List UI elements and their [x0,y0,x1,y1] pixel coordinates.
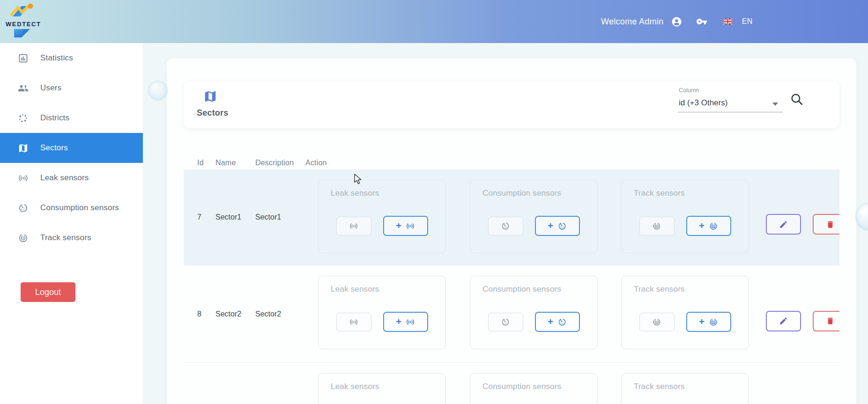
cell-description: Sector1 [255,213,281,221]
leak-sensor-icon [349,221,358,231]
sensor-panel-title: Track sensors [634,189,685,198]
view-sensors-button[interactable] [488,217,523,235]
sensor-panel-buttons: + [319,216,445,236]
sensor-panel-title: Leak sensors [331,285,379,294]
column-select-label: Column [679,87,699,94]
leak-sensor-icon [349,317,358,327]
sensor-panel-title: Leak sensors [331,189,379,198]
column-select[interactable]: Column id (+3 Others) [678,87,783,114]
sidebar-item-label: Districts [40,113,69,123]
view-sensors-button[interactable] [488,313,523,331]
sidebar-item-sectors[interactable]: Sectors [0,133,143,163]
plus-icon: + [699,221,705,230]
cell-id: 7 [197,213,201,221]
table-row: Leak sensors + Consumption sensors + Tra… [184,362,839,404]
plus-icon: + [396,221,401,230]
chevron-down-icon [772,103,778,106]
sidebar-item-districts[interactable]: Districts [0,103,143,133]
sidebar-item-label: Users [40,83,61,93]
column-header-id: Id [197,159,204,167]
leak-sensor-icon [406,221,415,231]
uk-flag-icon[interactable] [723,18,733,25]
main-content: Sectors Column id (+3 Others) Id Name De… [143,43,868,404]
edit-sector-button[interactable] [766,214,801,235]
wedtect-logo: WEDTECT [5,2,41,41]
sensor-panel: Track sensors + [621,180,749,253]
add-sensor-button[interactable]: + [383,216,428,236]
search-icon [790,92,804,106]
plus-icon: + [548,221,553,230]
view-sensors-button[interactable] [639,313,675,331]
add-sensor-button[interactable]: + [686,216,731,236]
column-header-description: Description [255,159,294,167]
sensor-panel-buttons: + [319,312,445,332]
app-root: WEDTECT Welcome Admin [0,0,868,404]
sidebar-item-track-sensors[interactable]: Track sensors [0,223,143,253]
sensor-panel: Leak sensors + [318,276,446,349]
sensor-panel-buttons: + [470,312,597,332]
plus-icon: + [548,317,553,326]
table-header-row: Id Name Description Action [184,159,839,169]
view-sensors-button[interactable] [639,217,675,235]
sensor-panel: Consumption sensors + [470,180,598,253]
table-row: 8 Sector2 Sector2 Leak sensors + Consump… [184,265,839,362]
users-icon [18,83,29,94]
sidebar-item-consumption-sensors[interactable]: Consumption sensors [0,193,143,223]
consumption-sensor-icon [501,221,510,231]
plus-icon: + [396,317,401,326]
sensor-panel-title: Consumption sensors [482,285,561,294]
add-sensor-button[interactable]: + [383,312,428,332]
track-sensor-icon [652,317,661,327]
add-sensor-button[interactable]: + [686,312,731,332]
key-icon[interactable] [696,16,707,27]
logout-button[interactable]: Logout [21,282,75,302]
sidebar: Statistics Users Districts Sectors Leak … [0,43,143,404]
sensor-panel-buttons: + [622,312,749,332]
column-select-value: id (+3 Others) [679,98,727,108]
view-sensors-button[interactable] [336,217,371,235]
sensor-panel: Track sensors + [621,276,749,349]
track-sensor-icon [709,221,718,231]
language-selector[interactable]: EN [742,17,753,26]
sensor-panel: Leak sensors + [318,373,446,404]
cell-id: 8 [197,310,201,318]
mouse-cursor [353,174,364,185]
sidebar-item-label: Leak sensors [40,173,89,183]
sidebar-item-label: Track sensors [40,233,91,242]
consumption-sensor-icon [18,203,29,213]
map-icon [203,89,217,103]
sidebar-item-statistics[interactable]: Statistics [0,43,143,73]
sidebar-item-label: Sectors [40,143,68,153]
delete-sector-button[interactable] [813,214,839,235]
sensor-panel: Consumption sensors + [470,373,598,404]
add-sensor-button[interactable]: + [535,312,580,332]
consumption-sensor-icon [557,317,567,327]
sensor-panel: Consumption sensors + [470,276,598,349]
cell-description: Sector2 [255,310,281,318]
consumption-sensor-icon [501,317,510,327]
account-circle-icon[interactable] [671,16,682,27]
track-sensor-icon [18,233,29,243]
sensor-panel: Leak sensors + [318,180,446,253]
plus-icon: + [699,317,705,326]
trash-icon [826,220,835,229]
sensor-panel-title: Leak sensors [331,382,379,391]
sensor-panel-buttons: + [622,216,749,236]
sensor-panel-title: Consumption sensors [482,382,561,391]
logo-text: WEDTECT [6,21,41,28]
sectors-toolbar: Sectors Column id (+3 Others) [184,81,839,128]
decorative-bubble [148,81,168,100]
view-sensors-button[interactable] [336,313,371,331]
track-sensor-icon [709,317,718,327]
track-sensor-icon [652,221,661,231]
delete-sector-button[interactable] [813,311,839,331]
search-button[interactable] [790,92,804,106]
sidebar-item-label: Consumption sensors [40,203,119,213]
edit-sector-button[interactable] [766,311,801,331]
sidebar-item-users[interactable]: Users [0,73,143,103]
add-sensor-button[interactable]: + [535,216,580,236]
column-header-action: Action [305,159,327,167]
bar-chart-icon [18,53,29,64]
sidebar-item-leak-sensors[interactable]: Leak sensors [0,163,143,193]
column-header-name: Name [215,159,236,167]
